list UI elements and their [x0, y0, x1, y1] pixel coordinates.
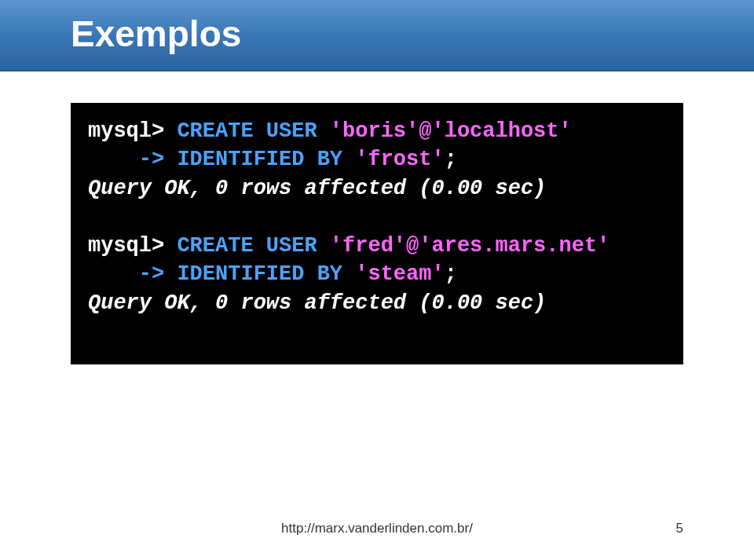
slide-header: Exemplos	[0, 0, 754, 71]
code-continue: ->	[88, 148, 177, 171]
code-result: Query OK, 0 rows affected (0.00 sec)	[88, 177, 546, 200]
slide: Exemplos mysql> CREATE USER 'boris'@'loc…	[0, 0, 754, 560]
code-string: 'steam'	[355, 262, 444, 286]
code-keyword: IDENTIFIED BY	[177, 148, 355, 171]
code-continue: ->	[88, 262, 177, 286]
code-keyword: CREATE USER	[177, 234, 329, 258]
code-result: Query OK, 0 rows affected (0.00 sec)	[88, 291, 546, 315]
code-string: 'boris'@'localhost'	[330, 119, 572, 143]
code-string: 'fred'@'ares.mars.net'	[330, 234, 609, 258]
code-text: ;	[445, 262, 457, 286]
code-text: ;	[445, 148, 457, 171]
footer-url: http://marx.vanderlinden.com.br/	[0, 521, 754, 536]
code-keyword: CREATE USER	[177, 119, 329, 143]
code-keyword: IDENTIFIED BY	[177, 262, 355, 286]
code-string: 'frost'	[355, 148, 444, 171]
code-block: mysql> CREATE USER 'boris'@'localhost' -…	[71, 103, 683, 364]
slide-title: Exemplos	[71, 13, 683, 55]
code-prompt: mysql>	[88, 234, 177, 258]
code-prompt: mysql>	[88, 119, 177, 143]
page-number: 5	[676, 521, 683, 536]
